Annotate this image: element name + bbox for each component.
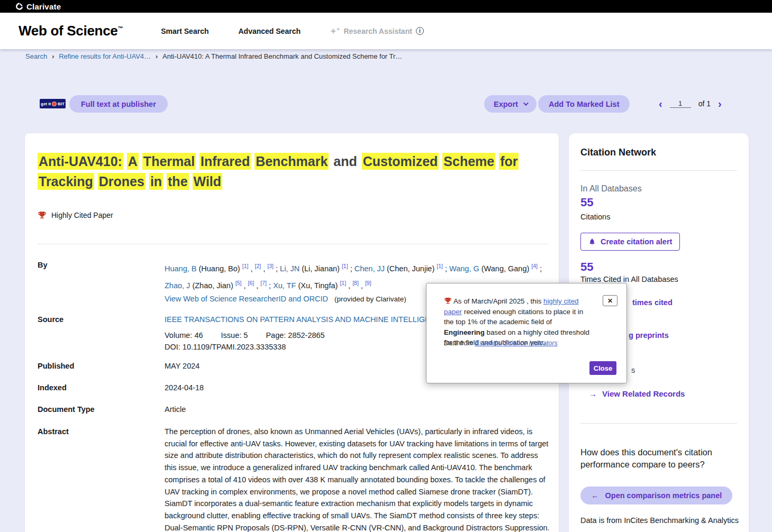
close-button[interactable]: Close <box>589 361 616 375</box>
bit-logo-icon <box>52 102 57 106</box>
previous-record-icon[interactable]: ‹ <box>659 97 662 110</box>
nav-smart-search[interactable]: Smart Search <box>161 27 208 35</box>
get-it-bit-badge[interactable]: get it BIT <box>40 99 66 108</box>
author-link[interactable]: Chen, JJ <box>355 264 385 273</box>
incites-note: Data is from InCites Benchmarking & Anal… <box>580 516 739 525</box>
author-fullname: (Chen, Junjie) <box>385 264 437 273</box>
document-type-value: Article <box>165 405 186 414</box>
affiliation-number[interactable]: [6] <box>248 280 255 286</box>
affiliation-number[interactable]: [5] <box>235 280 242 286</box>
app-header: Web of Science™ Smart Search Advanced Se… <box>0 13 772 49</box>
trademark-symbol: ™ <box>118 25 123 31</box>
title-word: in <box>149 173 163 190</box>
clarivate-logo-text: Clarivate <box>26 2 61 11</box>
paper-title: Anti-UAV410: A Thermal Infrared Benchmar… <box>38 151 553 191</box>
researcherid-orcid-link[interactable]: View Web of Science ResearcherID and ORC… <box>165 295 406 303</box>
affiliation-number[interactable]: [2] <box>255 263 261 269</box>
divider <box>580 170 737 171</box>
text-fragment: s <box>631 366 635 374</box>
title-word: the <box>167 173 189 190</box>
indexed-value: 2024-04-18 <box>165 383 204 392</box>
page-number-input[interactable] <box>670 99 691 108</box>
times-cited-count[interactable]: 55 <box>580 260 593 274</box>
document-type-label: Document Type <box>38 405 95 414</box>
chevron-down-icon <box>523 100 529 106</box>
nav-advanced-search[interactable]: Advanced Search <box>238 27 301 35</box>
volume-issue-page-row: Volume: 46 Issue: 5 Page: 2852-2865 <box>165 331 341 340</box>
author-fullname: (Xu, Tingfa) <box>296 281 340 290</box>
arrow-right-icon: → <box>589 389 597 398</box>
sparkle-icon: ✦✦ <box>330 27 340 35</box>
citations-label: Citations <box>580 213 610 221</box>
highly-cited-row: Highly Cited Paper <box>38 210 113 219</box>
times-cited-link-fragment[interactable]: times cited <box>632 298 673 307</box>
title-word: Thermal <box>142 153 196 170</box>
citations-count[interactable]: 55 <box>580 196 593 209</box>
breadcrumb-search[interactable]: Search <box>25 52 47 60</box>
close-icon[interactable]: ✕ <box>603 295 617 306</box>
journal-link[interactable]: IEEE TRANSACTIONS ON PATTERN ANALYSIS AN… <box>165 315 446 324</box>
title-word: Anti-UAV410: <box>38 153 123 170</box>
affiliation-number[interactable]: [7] <box>260 280 267 286</box>
journal-row: IEEE TRANSACTIONS ON PATTERN ANALYSIS AN… <box>165 315 457 324</box>
highly-cited-popup: As of March/April 2025 , this highly cit… <box>426 283 627 383</box>
open-comparison-metrics-button[interactable]: ← Open comparison metrics panel <box>580 487 732 505</box>
author-fullname: (Wang, Gang) <box>479 264 532 273</box>
published-label: Published <box>38 362 74 370</box>
info-icon[interactable]: i <box>416 27 424 35</box>
title-word: and <box>332 153 358 170</box>
field-name-bold: Engineering <box>444 328 485 336</box>
title-word: Infrared <box>199 153 251 170</box>
title-word: Tracking <box>38 173 94 190</box>
main-nav: Smart Search Advanced Search ✦✦ Research… <box>161 27 424 35</box>
in-all-databases-label: In All Databases <box>580 184 642 194</box>
export-button[interactable]: Export <box>484 95 537 113</box>
next-record-icon[interactable]: › <box>718 97 722 110</box>
arrow-left-icon: ← <box>591 491 599 500</box>
affiliation-number[interactable]: [1] <box>340 280 346 286</box>
title-word: Scheme <box>442 153 495 170</box>
affiliation-number[interactable]: [1] <box>437 263 443 269</box>
web-of-science-brand[interactable]: Web of Science™ <box>19 23 123 39</box>
nav-research-assistant[interactable]: ✦✦ Research Assistant i <box>330 27 424 35</box>
record-pagination: ‹ of 1 › <box>659 97 722 110</box>
author-fullname: (Li, Jianan) <box>299 264 342 273</box>
author-fullname: (Huang, Bo) <box>196 264 242 273</box>
doi-value: DOI: 10.1109/TPAMI.2023.3335338 <box>165 343 286 351</box>
affiliation-number[interactable]: [4] <box>531 263 538 269</box>
author-link[interactable]: Huang, B <box>165 264 196 273</box>
affiliation-number[interactable]: [3] <box>267 263 274 269</box>
citation-network-title: Citation Network <box>580 147 656 158</box>
affiliation-number[interactable]: [1] <box>342 263 348 269</box>
author-link[interactable]: Li, JN <box>280 264 299 273</box>
essential-science-indicators-link[interactable]: Essential Science Indicators <box>475 340 557 347</box>
by-label: By <box>38 261 48 269</box>
trophy-icon <box>444 297 452 305</box>
affiliation-number[interactable]: [9] <box>365 280 371 286</box>
title-word: Drones <box>98 173 146 190</box>
author-link[interactable]: Xu, TF <box>273 281 296 290</box>
add-to-marked-list-button[interactable]: Add To Marked List <box>538 95 630 113</box>
times-cited-label: Times Cited in All Databases <box>580 275 678 283</box>
provided-by-clarivate: (provided by Clarivate) <box>334 295 406 303</box>
full-text-at-publisher-button[interactable]: Full text at publisher <box>69 95 168 113</box>
preprints-link-fragment[interactable]: g preprints <box>629 331 669 340</box>
affiliation-number[interactable]: [1] <box>242 263 249 269</box>
author-link[interactable]: Wang, G <box>449 264 479 273</box>
breadcrumb-current-record: Anti-UAV410: A Thermal Infrared Benchmar… <box>162 52 402 60</box>
clarivate-logo[interactable]: Clarivate <box>15 2 61 11</box>
divider <box>38 244 548 244</box>
popup-data-source: Data from Essential Science Indicators <box>444 340 558 347</box>
clarivate-topbar: Clarivate <box>0 0 772 13</box>
divider <box>580 423 737 424</box>
source-label: Source <box>38 315 63 324</box>
affiliation-number[interactable]: [8] <box>352 280 359 286</box>
page-value: Page: 2852-2865 <box>266 331 324 340</box>
breadcrumb: Search › Refine results for Anti-UAV4… ›… <box>25 52 402 60</box>
title-word: Benchmark <box>255 153 329 170</box>
published-value: MAY 2024 <box>165 362 199 370</box>
breadcrumb-refine-results[interactable]: Refine results for Anti-UAV4… <box>59 52 151 60</box>
view-related-records-link[interactable]: → View Related Records <box>589 389 685 398</box>
author-link[interactable]: Zhao, J <box>165 281 190 290</box>
create-citation-alert-button[interactable]: Create citation alert <box>580 233 680 251</box>
